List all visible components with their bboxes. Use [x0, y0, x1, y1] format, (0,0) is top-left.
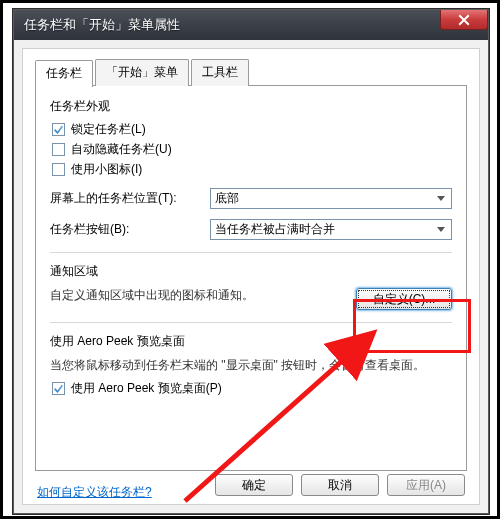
titlebar[interactable]: 任务栏和「开始」菜单属性: [14, 10, 488, 40]
properties-dialog: 任务栏和「开始」菜单属性 任务栏 「开始」菜单 工具栏 任务栏外观 锁定任务栏(…: [13, 9, 489, 514]
tabstrip: 任务栏 「开始」菜单 工具栏: [35, 59, 479, 86]
aeropeek-row: 使用 Aero Peek 预览桌面(P): [52, 380, 452, 397]
lock-taskbar-row: 锁定任务栏(L): [52, 121, 452, 138]
autohide-taskbar-checkbox[interactable]: [52, 143, 65, 156]
lock-taskbar-label: 锁定任务栏(L): [71, 121, 146, 138]
separator: [50, 322, 452, 323]
aeropeek-desc: 当您将鼠标移动到任务栏末端的 "显示桌面" 按钮时，会暂时查看桌面。: [50, 356, 452, 374]
ok-button[interactable]: 确定: [215, 474, 293, 496]
autohide-label: 自动隐藏任务栏(U): [71, 141, 172, 158]
customize-button[interactable]: 自定义(C)...: [356, 288, 452, 310]
smallicons-label: 使用小图标(I): [71, 161, 142, 178]
tab-taskbar[interactable]: 任务栏: [35, 60, 93, 87]
position-value: 底部: [215, 190, 239, 207]
buttons-value: 当任务栏被占满时合并: [215, 221, 335, 238]
lock-taskbar-checkbox[interactable]: [52, 123, 65, 136]
aeropeek-checkbox[interactable]: [52, 382, 65, 395]
position-label: 屏幕上的任务栏位置(T):: [50, 190, 210, 207]
buttons-combobox[interactable]: 当任务栏被占满时合并: [210, 219, 452, 240]
apply-button[interactable]: 应用(A): [387, 474, 465, 496]
aeropeek-chk-label: 使用 Aero Peek 预览桌面(P): [71, 380, 222, 397]
notify-area: 自定义通知区域中出现的图标和通知。 自定义(C)...: [50, 286, 452, 310]
appearance-group-label: 任务栏外观: [50, 98, 452, 115]
tab-panel-taskbar: 任务栏外观 锁定任务栏(L) 自动隐藏任务栏(U) 使用小图标(I) 屏幕上的任…: [35, 85, 467, 471]
buttons-label: 任务栏按钮(B):: [50, 221, 210, 238]
buttons-row: 任务栏按钮(B): 当任务栏被占满时合并: [50, 219, 452, 240]
close-button[interactable]: [440, 10, 488, 30]
help-link[interactable]: 如何自定义该任务栏?: [37, 484, 152, 501]
autohide-row: 自动隐藏任务栏(U): [52, 141, 452, 158]
aeropeek-group-label: 使用 Aero Peek 预览桌面: [50, 333, 452, 350]
smallicons-row: 使用小图标(I): [52, 161, 452, 178]
small-icons-checkbox[interactable]: [52, 163, 65, 176]
client-area: 任务栏 「开始」菜单 工具栏 任务栏外观 锁定任务栏(L) 自动隐藏任务栏(U)…: [22, 48, 480, 505]
position-row: 屏幕上的任务栏位置(T): 底部: [50, 188, 452, 209]
tab-start-menu[interactable]: 「开始」菜单: [95, 59, 189, 86]
chevron-down-icon: [433, 191, 449, 206]
chevron-down-icon: [433, 222, 449, 237]
notify-desc: 自定义通知区域中出现的图标和通知。: [50, 286, 346, 304]
cancel-button[interactable]: 取消: [301, 474, 379, 496]
tab-toolbars[interactable]: 工具栏: [191, 59, 249, 86]
notify-group-label: 通知区域: [50, 263, 452, 280]
separator: [50, 252, 452, 253]
close-icon: [458, 14, 470, 26]
dialog-button-row: 确定 取消 应用(A): [215, 474, 465, 496]
position-combobox[interactable]: 底部: [210, 188, 452, 209]
window-title: 任务栏和「开始」菜单属性: [24, 16, 180, 34]
